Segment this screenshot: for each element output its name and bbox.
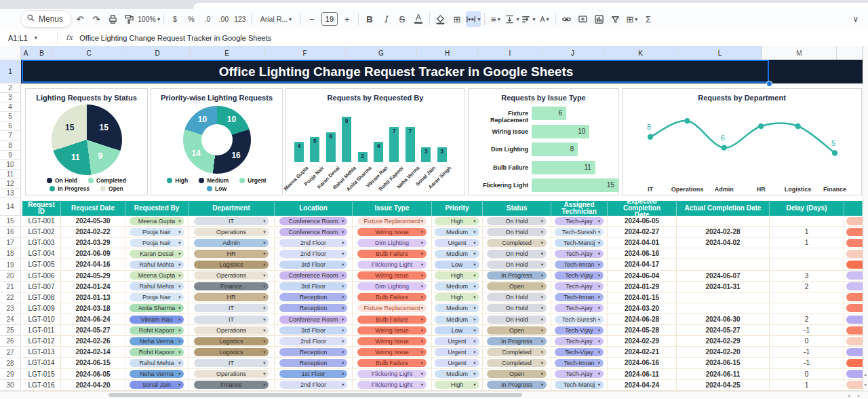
department-pill[interactable]: Operations▾	[194, 326, 269, 335]
table-cell[interactable]: Urgent▾	[432, 358, 483, 368]
priority-pill[interactable]: High▾	[435, 217, 479, 225]
issue-type-pill[interactable]: Flickering Light▾	[357, 381, 427, 389]
table-cell[interactable]: 3rd Floor▾	[275, 325, 353, 335]
row-header-16[interactable]: 16	[0, 227, 20, 238]
table-cell[interactable]: Tech-Suresh▾	[551, 227, 608, 237]
row-header-11[interactable]: 11	[0, 170, 20, 179]
table-cell[interactable]: IT▾	[189, 314, 275, 324]
table-cell[interactable]: Pooja Nair▾	[125, 227, 189, 237]
table-cell[interactable]: 2024-06-11	[608, 369, 677, 379]
priority-pill[interactable]: Medium▾	[435, 370, 479, 378]
table-cell[interactable]: Finance▾	[189, 380, 275, 390]
table-cell[interactable]: 2024-06-07	[677, 271, 770, 281]
table-cell[interactable]: LGT-006	[22, 271, 61, 281]
chart-status-pie[interactable]: Lighting Requests by Status 1591115 On H…	[25, 88, 148, 195]
table-cell[interactable]: Medium▾	[432, 303, 483, 314]
row-header-6[interactable]: 6	[0, 121, 20, 131]
location-pill[interactable]: Reception▾	[279, 359, 347, 367]
column-header-C[interactable]: C	[53, 46, 125, 60]
table-cell[interactable]: Tech-Ajay▾	[551, 303, 608, 314]
row-header-14[interactable]: 14	[0, 198, 20, 216]
requested-by-pill[interactable]: Vikram Rao▾	[130, 316, 184, 324]
issue-type-pill[interactable]: Flickering Light▾	[357, 261, 427, 269]
priority-pill[interactable]: Medium▾	[435, 228, 479, 236]
scroll-left-button[interactable]: ◂	[844, 392, 853, 398]
location-pill[interactable]: Conference Room▾	[279, 316, 347, 324]
requested-by-pill[interactable]: Anita Sharma▾	[130, 304, 184, 312]
table-cell[interactable]	[844, 380, 863, 390]
row-header-22[interactable]: 22	[0, 292, 20, 303]
table-cell[interactable]: Open▾	[483, 282, 551, 292]
table-cell[interactable]: Open▾	[483, 325, 551, 335]
row-header-8[interactable]: 8	[0, 140, 20, 150]
table-cell[interactable]: 2024-06-15	[61, 358, 125, 368]
status-pill[interactable]: On Hold▾	[487, 217, 547, 225]
location-pill[interactable]: 3rd Floor▾	[279, 326, 347, 335]
table-cell[interactable]: Medium▾	[432, 282, 483, 292]
table-cell[interactable]: 2024-02-22	[61, 227, 125, 237]
column-header-requested-by[interactable]: Requested By	[125, 201, 189, 216]
table-cell[interactable]: Fixture Replacement▾	[353, 216, 432, 226]
currency-format-button[interactable]: $	[167, 11, 182, 27]
filter-button[interactable]	[608, 11, 623, 27]
table-cell[interactable]: HR▾	[189, 292, 275, 303]
table-cell[interactable]: 2024-04-24	[608, 380, 677, 390]
table-cell[interactable]: Tech-Ajay▾	[551, 369, 608, 379]
table-cell[interactable]: 3	[770, 271, 844, 281]
department-pill[interactable]: Admin▾	[194, 239, 269, 247]
table-cell[interactable]: On Hold▾	[483, 216, 551, 226]
font-size-input[interactable]: 19	[321, 12, 338, 26]
table-cell[interactable]: Flickering Light▾	[353, 369, 432, 379]
table-cell[interactable]: Dim Lighting▾	[353, 282, 432, 292]
formula-input[interactable]: Office Lighting Change Request Tracker i…	[79, 34, 271, 42]
column-header-priority[interactable]: Priority	[432, 201, 483, 216]
table-cell[interactable]: Wiring Issue▾	[353, 325, 432, 335]
department-pill[interactable]: IT▾	[194, 217, 269, 225]
table-cell[interactable]: Tech-Ajay▾	[551, 216, 608, 226]
table-cell[interactable]: Tech-Suresh▾	[551, 314, 608, 324]
location-pill[interactable]: 2nd Floor▾	[279, 381, 347, 389]
row-header-23[interactable]: 23	[0, 303, 20, 314]
table-cell[interactable]	[770, 303, 844, 314]
table-cell[interactable]: 2024-06-30	[677, 314, 770, 324]
italic-button[interactable]: I	[378, 11, 393, 27]
status-pill[interactable]: Completed▾	[487, 348, 547, 356]
requested-by-pill[interactable]: Pooja Nair▾	[130, 239, 184, 247]
increase-font-size-button[interactable]: +	[340, 11, 355, 27]
table-cell[interactable]: Completed▾	[483, 238, 551, 248]
table-cell[interactable]: 2024-06-16	[608, 248, 677, 259]
table-cell[interactable]: Admin▾	[189, 238, 275, 248]
issue-type-pill[interactable]: Dim Lighting▾	[357, 282, 427, 290]
column-header-J[interactable]: J	[542, 46, 604, 60]
table-cell[interactable]: In Progress▾	[483, 336, 551, 346]
table-cell[interactable]: Tech-Vijay▾	[551, 347, 608, 357]
column-header-D[interactable]: D	[125, 46, 190, 60]
row-header-7[interactable]: 7	[0, 131, 20, 140]
table-cell[interactable]: Operations▾	[189, 325, 275, 335]
status-pill[interactable]: On Hold▾	[487, 261, 547, 269]
row-header-18[interactable]: 18	[0, 248, 20, 259]
table-cell[interactable]: Meena Gupta▾	[125, 271, 189, 281]
table-cell[interactable]: Sonal Jain▾	[125, 380, 189, 390]
table-cell[interactable]: 2024-02-29	[608, 336, 677, 346]
menus-search-button[interactable]: Menus	[20, 10, 72, 28]
table-cell[interactable]: Tech-Ajay▾	[551, 336, 608, 346]
priority-pill[interactable]: Urgent▾	[435, 348, 479, 356]
table-cell[interactable]: Operations▾	[189, 271, 275, 281]
table-cell[interactable]: Vikram Rao▾	[125, 314, 189, 324]
location-pill[interactable]: 3rd Floor▾	[279, 261, 347, 269]
issue-type-pill[interactable]: Wiring Issue▾	[357, 348, 427, 356]
table-cell[interactable]: 2024-02-26	[61, 336, 125, 346]
table-cell[interactable]: LGT-008	[22, 292, 61, 303]
table-cell[interactable]	[844, 358, 863, 368]
table-cell[interactable]: Completed▾	[483, 347, 551, 357]
status-pill[interactable]: On Hold▾	[487, 316, 547, 324]
table-cell[interactable]: 2024-03-29	[61, 238, 125, 248]
column-header-B[interactable]: B	[31, 46, 53, 60]
column-header-request-date[interactable]: Request Date	[61, 201, 125, 216]
table-cell[interactable]: Tech-Manoj▾	[551, 380, 608, 390]
table-cell[interactable]: -1	[770, 358, 844, 368]
row-header-25[interactable]: 25	[0, 325, 20, 336]
table-cell[interactable]: Bulb Failure▾	[353, 248, 432, 259]
column-header-E[interactable]: E	[190, 46, 264, 60]
